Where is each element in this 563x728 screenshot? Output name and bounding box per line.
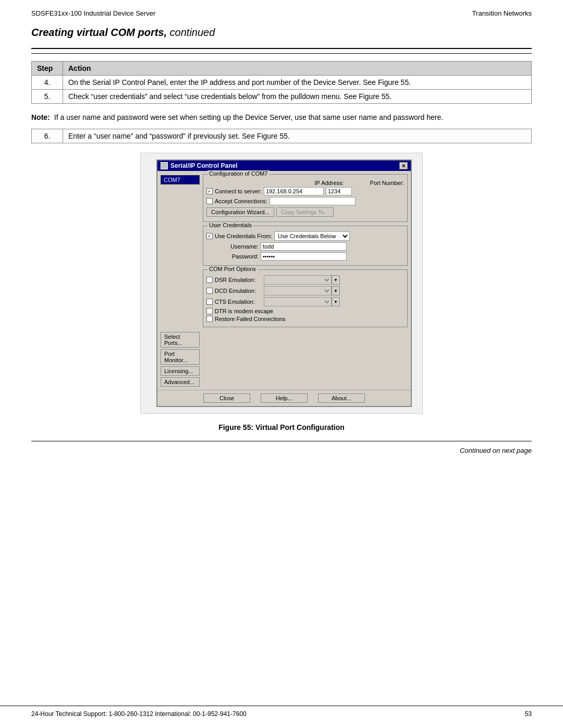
note-paragraph: Note: If a user name and password were s… — [31, 113, 532, 121]
use-creds-checkbox[interactable] — [206, 233, 213, 239]
step-6-action: Enter a “user name” and “password” if pr… — [63, 129, 532, 143]
use-creds-row: Use Credentials From: Use Credentials Be… — [206, 231, 404, 241]
col-step: Step — [32, 61, 63, 76]
step-6-num: 6. — [32, 129, 63, 143]
continued-note: Continued on next page — [31, 447, 532, 454]
bottom-sidebar-buttons: Select Ports... Port Monitor... Licensin… — [161, 332, 200, 387]
dtr-label: DTR is modem escape — [215, 308, 273, 314]
serial-ip-dialog: Serial/IP Control Panel ✕ COM7 Configura… — [156, 159, 412, 407]
cts-label: CTS Emulation: — [215, 299, 262, 305]
header-right: Transition Networks — [472, 9, 532, 17]
port-number-input[interactable] — [326, 187, 352, 195]
step-4-num: 4. — [32, 76, 63, 90]
dsr-select[interactable] — [264, 275, 332, 285]
cts-arrow: ▼ — [332, 297, 340, 306]
credentials-groupbox-title: User Credentials — [207, 222, 253, 228]
accept-label: Accept Connections: — [215, 198, 267, 204]
restore-label: Restore Failed Connections — [215, 316, 286, 322]
dialog-title: Serial/IP Control Panel — [170, 162, 237, 169]
restore-checkbox[interactable] — [206, 316, 213, 322]
username-label: Username: — [217, 243, 259, 250]
accept-input[interactable] — [270, 197, 356, 205]
main-content: Creating virtual COM ports, continued St… — [0, 21, 563, 475]
table-row: 5. Check “user credentials” and select “… — [32, 90, 532, 104]
dialog-titlebar: Serial/IP Control Panel ✕ — [157, 161, 411, 171]
bottom-rule — [31, 441, 532, 441]
dialog-footer: Close Help... About... — [157, 390, 411, 406]
figure-caption: Figure 55: Virtual Port Configuration — [31, 423, 532, 431]
password-input[interactable] — [261, 252, 347, 261]
step-4-action: On the Serial IP Control Panel, enter th… — [63, 76, 532, 90]
cts-select[interactable] — [264, 297, 332, 306]
dialog-body: COM7 Configuration of COM7 — [157, 171, 411, 332]
bottom-sidebar-area: Select Ports... Port Monitor... Licensin… — [157, 332, 411, 390]
dsr-checkbox[interactable] — [206, 277, 213, 283]
accept-checkbox[interactable] — [206, 198, 213, 204]
config-groupbox: Configuration of COM7 IP Address: Port N… — [203, 174, 408, 222]
dialog-icon — [161, 162, 168, 169]
about-btn[interactable]: About... — [318, 393, 365, 403]
dsr-row: DSR Emulation: ▼ — [206, 275, 404, 285]
dtr-row: DTR is modem escape — [206, 308, 404, 314]
accept-row: Accept Connections: — [206, 197, 404, 205]
com-options-groupbox: COM Port Options DSR Emulation: ▼ — [203, 269, 408, 327]
dcd-checkbox[interactable] — [206, 288, 213, 294]
dialog-main-panel: Configuration of COM7 IP Address: Port N… — [203, 174, 408, 329]
connect-row: Connect to server: — [206, 187, 404, 195]
username-row: Username: — [206, 242, 404, 251]
cts-row: CTS Emulation: ▼ — [206, 297, 404, 306]
section-title: Creating virtual COM ports, continued — [31, 27, 532, 39]
cts-checkbox[interactable] — [206, 299, 213, 305]
note-label: Note: — [31, 113, 50, 121]
wizard-buttons-row: Configuration Wizard... Copy Settings To… — [206, 207, 404, 217]
dcd-arrow: ▼ — [332, 286, 340, 295]
page-header: SDSFE31xx-100 Industrial Device Server T… — [0, 0, 563, 21]
ip-port-header-row: IP Address: Port Number: — [206, 180, 404, 186]
sidebar-item-com7[interactable]: COM7 — [161, 175, 200, 184]
advanced-btn[interactable]: Advanced... — [161, 377, 200, 387]
close-btn[interactable]: Close — [203, 393, 250, 403]
dcd-select[interactable] — [264, 286, 332, 295]
screenshot-area: Serial/IP Control Panel ✕ COM7 Configura… — [140, 153, 423, 414]
copy-settings-btn[interactable]: Copy Settings To... — [276, 207, 334, 217]
com-options-title: COM Port Options — [207, 266, 258, 272]
config-wizard-btn[interactable]: Configuration Wizard... — [206, 207, 274, 217]
ip-address-input[interactable] — [264, 187, 324, 195]
instruction-table: Step Action 4. On the Serial IP Control … — [31, 61, 532, 104]
use-creds-select[interactable]: Use Credentials Below — [274, 231, 350, 241]
table-row: 6. Enter a “user name” and “password” if… — [32, 129, 532, 143]
port-number-header: Port Number: — [370, 180, 404, 186]
password-row: Password: — [206, 252, 404, 261]
select-ports-btn[interactable]: Select Ports... — [161, 332, 200, 348]
dialog-close-btn[interactable]: ✕ — [399, 162, 408, 169]
dialog-sidebar: COM7 — [161, 174, 200, 329]
dsr-arrow: ▼ — [332, 275, 340, 285]
table-row: 4. On the Serial IP Control Panel, enter… — [32, 76, 532, 90]
step-5-num: 5. — [32, 90, 63, 104]
use-creds-label: Use Credentials From: — [215, 233, 272, 239]
use-creds-select-wrapper: Use Credentials Below — [274, 231, 350, 241]
header-left: SDSFE31xx-100 Industrial Device Server — [31, 9, 155, 17]
footer-left: 24-Hour Technical Support: 1-800-260-131… — [31, 710, 247, 718]
step-5-action: Check “user credentials” and select “use… — [63, 90, 532, 104]
dcd-row: DCD Emulation: ▼ — [206, 286, 404, 295]
connect-checkbox[interactable] — [206, 188, 213, 194]
username-input[interactable] — [261, 242, 347, 251]
port-monitor-btn[interactable]: Port Monitor... — [161, 349, 200, 365]
page-footer: 24-Hour Technical Support: 1-800-260-131… — [0, 706, 563, 718]
dsr-label: DSR Emulation: — [215, 277, 262, 283]
second-rule — [31, 53, 532, 54]
licensing-btn[interactable]: Licensing... — [161, 366, 200, 376]
password-label: Password: — [217, 253, 259, 260]
note-text: If a user name and password were set whe… — [54, 113, 443, 121]
footer-right: 53 — [525, 710, 532, 718]
connect-label: Connect to server: — [215, 188, 262, 194]
dcd-label: DCD Emulation: — [215, 288, 262, 294]
restore-row: Restore Failed Connections — [206, 316, 404, 322]
credentials-groupbox: User Credentials Use Credentials From: U… — [203, 226, 408, 266]
col-action: Action — [63, 61, 532, 76]
config-groupbox-title: Configuration of COM7 — [207, 170, 270, 177]
ip-address-header: IP Address: — [315, 180, 344, 186]
help-btn[interactable]: Help... — [261, 393, 308, 403]
dtr-checkbox[interactable] — [206, 308, 213, 314]
